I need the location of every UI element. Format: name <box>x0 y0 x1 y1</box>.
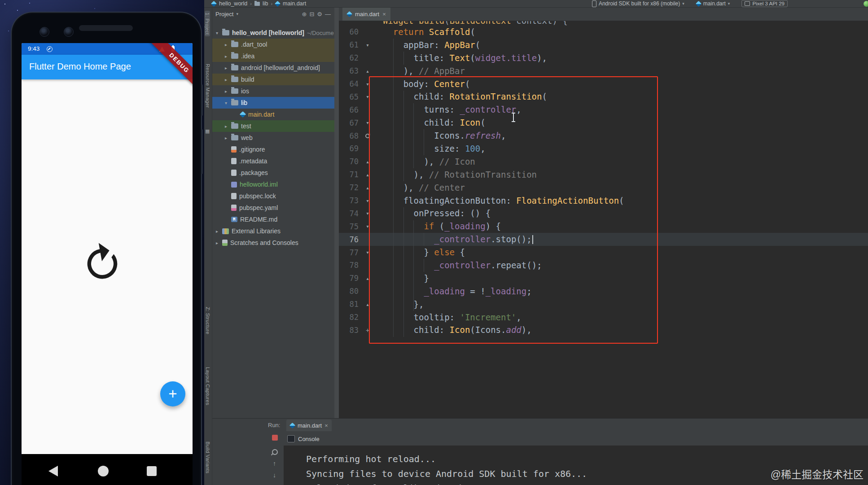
tab-console[interactable]: Console <box>287 433 320 445</box>
tree-item-gitignore[interactable]: .gitignore <box>212 144 334 155</box>
tree-item-main-dart[interactable]: main.dart <box>212 109 334 120</box>
breadcrumb-file[interactable]: main.dart <box>283 0 306 7</box>
tree-item-dart-tool[interactable]: ▸.dart_tool <box>212 39 334 50</box>
tree-item-metadata[interactable]: .metadata <box>212 155 334 167</box>
expand-arrow-icon[interactable]: ▸ <box>224 135 228 140</box>
run-panel-label: Run: <box>268 422 280 428</box>
module-icon <box>231 182 237 188</box>
line-number: 61 <box>339 40 363 49</box>
tree-item-label: android [helloworld_android] <box>241 64 320 71</box>
tree-item-external-libraries[interactable]: ▸External Libraries <box>212 225 334 237</box>
tree-item-packages[interactable]: .packages <box>212 167 334 179</box>
recents-button-icon[interactable] <box>147 466 157 476</box>
tree-item-label: pubspec.lock <box>239 192 276 200</box>
line-number: 74 <box>339 209 363 218</box>
device-selector[interactable]: Android SDK built for x86 (mobile) ▾ <box>592 0 684 7</box>
tree-item-pubspec-yaml[interactable]: pubspec.yaml <box>212 202 334 214</box>
expand-arrow-icon[interactable]: ▸ <box>224 54 228 59</box>
breadcrumb-project[interactable]: hello_world <box>219 0 247 7</box>
front-camera2-icon <box>64 27 74 37</box>
fold-marker-icon[interactable]: ▾ <box>363 43 373 48</box>
code-editor[interactable]: Widget build(BuildContext context) { 606… <box>339 21 868 418</box>
breadcrumb-separator-icon: › <box>271 1 272 6</box>
console-line: Performing hot reload... <box>306 452 868 467</box>
scroll-up-icon[interactable]: ↑ <box>273 460 276 467</box>
run-tab-label: main.dart <box>298 422 322 429</box>
home-button-icon[interactable] <box>98 466 109 476</box>
run-config-selector[interactable]: main.dart ▾ <box>696 0 730 7</box>
tree-item-label: .metadata <box>239 157 267 165</box>
tool-stripe-grid-icon[interactable]: ▦ <box>205 128 210 134</box>
yaml-icon <box>231 205 237 211</box>
tree-item-pubspec-lock[interactable]: pubspec.lock <box>212 190 334 202</box>
panel-splitter[interactable] <box>334 7 339 418</box>
expand-arrow-icon[interactable]: ▾ <box>224 100 228 105</box>
tree-item-label: External Libraries <box>232 227 281 235</box>
line-number: 66 <box>339 105 363 114</box>
expand-arrow-icon[interactable]: ▾ <box>215 31 219 35</box>
hide-panel-icon[interactable]: — <box>325 11 331 17</box>
flutter-run-icon <box>289 422 295 428</box>
line-number: 77 <box>339 248 363 257</box>
code-line-60[interactable]: return Scaffold( <box>373 26 868 39</box>
close-icon[interactable]: × <box>324 422 328 429</box>
project-tree: ▾hello_world [helloworld]~/Docume▸.dart_… <box>212 27 334 249</box>
code-line-62[interactable]: title: Text(widget.title), <box>373 52 868 65</box>
tree-item-web[interactable]: ▸web <box>212 132 334 144</box>
floating-action-button[interactable]: + <box>160 381 185 406</box>
close-icon[interactable]: × <box>382 11 386 17</box>
pin-icon[interactable] <box>271 448 279 456</box>
breadcrumb: hello_world › lib › main.dart <box>211 0 306 7</box>
tool-button-build-variants[interactable]: Build Variants <box>205 441 210 473</box>
tree-item-helloworld-iml[interactable]: helloworld.iml <box>212 179 334 190</box>
project-panel-title[interactable]: Project <box>215 11 233 17</box>
code-line-63[interactable]: ), // AppBar <box>373 65 868 78</box>
line-number: 81 <box>339 300 363 309</box>
run-config-label: main.dart <box>703 0 726 7</box>
device-frame-selector[interactable]: Pixel 3 API 29 <box>741 0 788 7</box>
locate-file-icon[interactable]: ⊕ <box>302 11 307 17</box>
flutter-config-icon <box>696 0 701 6</box>
tool-button-layout-captures[interactable]: Layout Captures <box>205 367 210 405</box>
power-button <box>201 84 203 116</box>
tab-main-dart[interactable]: main.dart × <box>342 7 390 21</box>
expand-arrow-icon[interactable]: ▸ <box>224 124 228 129</box>
tree-item-readme-md[interactable]: README.md <box>212 214 334 225</box>
expand-arrow-icon[interactable]: ▸ <box>224 89 228 94</box>
expand-arrow-icon[interactable]: ▸ <box>224 77 228 82</box>
tree-item-scratches-and-consoles[interactable]: ▸Scratches and Consoles <box>212 237 334 249</box>
project-panel: Project ▾ ⊕ ⊟ ⚙ — ▾hello_world [hellowor… <box>212 7 334 418</box>
tree-item-label: .idea <box>241 52 254 60</box>
tool-button-resource-manager[interactable]: Resource Manager <box>205 64 210 108</box>
tree-item-android-helloworld-android[interactable]: ▸android [helloworld_android] <box>212 62 334 74</box>
tree-item-hello-world-helloworld[interactable]: ▾hello_world [helloworld]~/Docume <box>212 27 334 39</box>
expand-arrow-icon[interactable]: ▸ <box>224 66 228 70</box>
tree-item-label: main.dart <box>248 111 274 118</box>
tree-item-ios[interactable]: ▸ios <box>212 85 334 97</box>
stop-button[interactable] <box>272 435 278 441</box>
collapse-all-icon[interactable]: ⊟ <box>309 11 314 17</box>
tree-item-build[interactable]: ▸build <box>212 74 334 85</box>
back-button-icon[interactable] <box>48 466 58 476</box>
phone-speaker <box>79 25 133 31</box>
folder-icon <box>231 65 238 70</box>
expand-arrow-icon[interactable]: ▸ <box>224 42 228 47</box>
file-icon <box>231 158 237 164</box>
expand-arrow-icon[interactable]: ▸ <box>215 229 219 234</box>
tool-button-structure[interactable]: Z: Structure <box>205 307 210 334</box>
scroll-down-icon[interactable]: ↓ <box>273 472 276 479</box>
breadcrumb-lib[interactable]: lib <box>263 0 268 7</box>
tree-item-idea[interactable]: ▸.idea <box>212 50 334 62</box>
gear-icon[interactable]: ⚙ <box>317 11 322 17</box>
tree-item-label: hello_world [helloworld] <box>232 29 304 36</box>
code-line-61[interactable]: appBar: AppBar( <box>373 39 868 52</box>
line-number: 79 <box>339 274 363 283</box>
fold-marker-icon[interactable]: ▴ <box>363 69 373 74</box>
run-status-icon[interactable] <box>864 1 868 7</box>
tree-item-lib[interactable]: ▾lib <box>212 97 334 109</box>
tool-button-project[interactable]: 1: Project <box>205 11 210 36</box>
tree-item-test[interactable]: ▸test <box>212 120 334 132</box>
device-frame-icon <box>745 1 750 6</box>
run-tab-main-dart[interactable]: main.dart × <box>286 419 332 431</box>
expand-arrow-icon[interactable]: ▸ <box>215 240 219 245</box>
